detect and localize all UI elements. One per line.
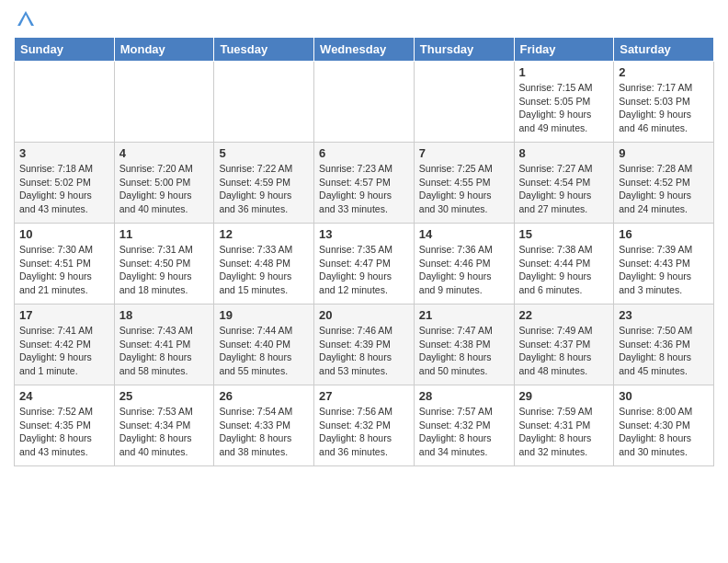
calendar-header-wednesday: Wednesday: [314, 38, 415, 62]
calendar-cell: 16Sunrise: 7:39 AM Sunset: 4:43 PM Dayli…: [614, 224, 714, 304]
day-number: 10: [19, 227, 109, 241]
calendar-week-0: 1Sunrise: 7:15 AM Sunset: 5:05 PM Daylig…: [15, 62, 714, 143]
day-info: Sunrise: 7:50 AM Sunset: 4:36 PM Dayligh…: [619, 324, 709, 378]
calendar-header-saturday: Saturday: [614, 38, 714, 62]
calendar-cell: 30Sunrise: 8:00 AM Sunset: 4:30 PM Dayli…: [614, 385, 714, 466]
day-number: 24: [19, 389, 109, 403]
day-number: 13: [319, 227, 409, 241]
calendar-header-sunday: Sunday: [15, 38, 115, 62]
calendar-cell: [314, 62, 415, 143]
logo-general: [14, 9, 36, 29]
calendar-header-tuesday: Tuesday: [214, 38, 314, 62]
calendar-cell: 8Sunrise: 7:27 AM Sunset: 4:54 PM Daylig…: [514, 143, 614, 224]
calendar-cell: 3Sunrise: 7:18 AM Sunset: 5:02 PM Daylig…: [15, 143, 115, 224]
day-number: 2: [619, 65, 709, 79]
day-number: 30: [619, 389, 709, 403]
day-info: Sunrise: 7:54 AM Sunset: 4:33 PM Dayligh…: [219, 405, 309, 459]
day-info: Sunrise: 7:59 AM Sunset: 4:31 PM Dayligh…: [519, 405, 609, 459]
day-number: 6: [319, 146, 409, 160]
day-number: 8: [519, 146, 609, 160]
calendar-cell: [414, 62, 514, 143]
calendar-cell: 1Sunrise: 7:15 AM Sunset: 5:05 PM Daylig…: [514, 62, 614, 143]
calendar-cell: 14Sunrise: 7:36 AM Sunset: 4:46 PM Dayli…: [414, 224, 514, 304]
logo-icon: [16, 9, 36, 29]
calendar-cell: 25Sunrise: 7:53 AM Sunset: 4:34 PM Dayli…: [114, 385, 214, 466]
calendar-cell: 19Sunrise: 7:44 AM Sunset: 4:40 PM Dayli…: [214, 304, 314, 385]
header: [14, 9, 714, 29]
day-number: 3: [19, 146, 109, 160]
calendar-cell: [114, 62, 214, 143]
calendar-cell: [214, 62, 314, 143]
day-info: Sunrise: 7:56 AM Sunset: 4:32 PM Dayligh…: [319, 405, 409, 459]
calendar-header-thursday: Thursday: [414, 38, 514, 62]
day-info: Sunrise: 8:00 AM Sunset: 4:30 PM Dayligh…: [619, 405, 709, 459]
day-number: 18: [119, 308, 210, 322]
day-number: 28: [419, 389, 509, 403]
day-info: Sunrise: 7:44 AM Sunset: 4:40 PM Dayligh…: [219, 324, 309, 378]
day-info: Sunrise: 7:33 AM Sunset: 4:48 PM Dayligh…: [219, 243, 309, 297]
day-number: 26: [219, 389, 309, 403]
day-info: Sunrise: 7:35 AM Sunset: 4:47 PM Dayligh…: [319, 243, 409, 297]
day-number: 25: [119, 389, 210, 403]
day-number: 12: [219, 227, 309, 241]
calendar-cell: 26Sunrise: 7:54 AM Sunset: 4:33 PM Dayli…: [214, 385, 314, 466]
day-info: Sunrise: 7:36 AM Sunset: 4:46 PM Dayligh…: [419, 243, 509, 297]
calendar-cell: 13Sunrise: 7:35 AM Sunset: 4:47 PM Dayli…: [314, 224, 415, 304]
calendar-cell: 10Sunrise: 7:30 AM Sunset: 4:51 PM Dayli…: [15, 224, 115, 304]
calendar-cell: 7Sunrise: 7:25 AM Sunset: 4:55 PM Daylig…: [414, 143, 514, 224]
day-info: Sunrise: 7:20 AM Sunset: 5:00 PM Dayligh…: [119, 162, 210, 216]
day-info: Sunrise: 7:30 AM Sunset: 4:51 PM Dayligh…: [19, 243, 109, 297]
day-info: Sunrise: 7:47 AM Sunset: 4:38 PM Dayligh…: [419, 324, 509, 378]
day-number: 4: [119, 146, 210, 160]
day-number: 1: [519, 65, 609, 79]
day-number: 22: [519, 308, 609, 322]
calendar-cell: 21Sunrise: 7:47 AM Sunset: 4:38 PM Dayli…: [414, 304, 514, 385]
calendar-cell: 11Sunrise: 7:31 AM Sunset: 4:50 PM Dayli…: [114, 224, 214, 304]
day-info: Sunrise: 7:53 AM Sunset: 4:34 PM Dayligh…: [119, 405, 210, 459]
calendar-cell: 15Sunrise: 7:38 AM Sunset: 4:44 PM Dayli…: [514, 224, 614, 304]
day-number: 11: [119, 227, 210, 241]
calendar-cell: 20Sunrise: 7:46 AM Sunset: 4:39 PM Dayli…: [314, 304, 415, 385]
day-info: Sunrise: 7:49 AM Sunset: 4:37 PM Dayligh…: [519, 324, 609, 378]
calendar-week-3: 17Sunrise: 7:41 AM Sunset: 4:42 PM Dayli…: [15, 304, 714, 385]
calendar-cell: 18Sunrise: 7:43 AM Sunset: 4:41 PM Dayli…: [114, 304, 214, 385]
calendar-cell: [15, 62, 115, 143]
calendar-cell: 27Sunrise: 7:56 AM Sunset: 4:32 PM Dayli…: [314, 385, 415, 466]
calendar-cell: 17Sunrise: 7:41 AM Sunset: 4:42 PM Dayli…: [15, 304, 115, 385]
day-number: 14: [419, 227, 509, 241]
calendar-cell: 6Sunrise: 7:23 AM Sunset: 4:57 PM Daylig…: [314, 143, 415, 224]
calendar-cell: 22Sunrise: 7:49 AM Sunset: 4:37 PM Dayli…: [514, 304, 614, 385]
day-info: Sunrise: 7:25 AM Sunset: 4:55 PM Dayligh…: [419, 162, 509, 216]
day-number: 9: [619, 146, 709, 160]
day-info: Sunrise: 7:43 AM Sunset: 4:41 PM Dayligh…: [119, 324, 210, 378]
day-number: 7: [419, 146, 509, 160]
day-number: 29: [519, 389, 609, 403]
calendar-header-row: SundayMondayTuesdayWednesdayThursdayFrid…: [15, 38, 714, 62]
calendar-cell: 2Sunrise: 7:17 AM Sunset: 5:03 PM Daylig…: [614, 62, 714, 143]
day-number: 17: [19, 308, 109, 322]
day-number: 19: [219, 308, 309, 322]
day-info: Sunrise: 7:15 AM Sunset: 5:05 PM Dayligh…: [519, 81, 609, 135]
day-info: Sunrise: 7:57 AM Sunset: 4:32 PM Dayligh…: [419, 405, 509, 459]
calendar-week-2: 10Sunrise: 7:30 AM Sunset: 4:51 PM Dayli…: [15, 224, 714, 304]
calendar-header-monday: Monday: [114, 38, 214, 62]
calendar-cell: 24Sunrise: 7:52 AM Sunset: 4:35 PM Dayli…: [15, 385, 115, 466]
calendar-cell: 23Sunrise: 7:50 AM Sunset: 4:36 PM Dayli…: [614, 304, 714, 385]
day-info: Sunrise: 7:17 AM Sunset: 5:03 PM Dayligh…: [619, 81, 709, 135]
day-number: 23: [619, 308, 709, 322]
calendar-week-1: 3Sunrise: 7:18 AM Sunset: 5:02 PM Daylig…: [15, 143, 714, 224]
calendar-table: SundayMondayTuesdayWednesdayThursdayFrid…: [14, 37, 714, 466]
page-container: SundayMondayTuesdayWednesdayThursdayFrid…: [0, 0, 728, 476]
day-info: Sunrise: 7:23 AM Sunset: 4:57 PM Dayligh…: [319, 162, 409, 216]
calendar-cell: 28Sunrise: 7:57 AM Sunset: 4:32 PM Dayli…: [414, 385, 514, 466]
day-number: 15: [519, 227, 609, 241]
day-number: 27: [319, 389, 409, 403]
day-number: 20: [319, 308, 409, 322]
calendar-cell: 4Sunrise: 7:20 AM Sunset: 5:00 PM Daylig…: [114, 143, 214, 224]
day-info: Sunrise: 7:46 AM Sunset: 4:39 PM Dayligh…: [319, 324, 409, 378]
calendar-cell: 9Sunrise: 7:28 AM Sunset: 4:52 PM Daylig…: [614, 143, 714, 224]
logo: [14, 9, 36, 29]
logo-text: [14, 9, 36, 29]
day-info: Sunrise: 7:28 AM Sunset: 4:52 PM Dayligh…: [619, 162, 709, 216]
day-info: Sunrise: 7:22 AM Sunset: 4:59 PM Dayligh…: [219, 162, 309, 216]
